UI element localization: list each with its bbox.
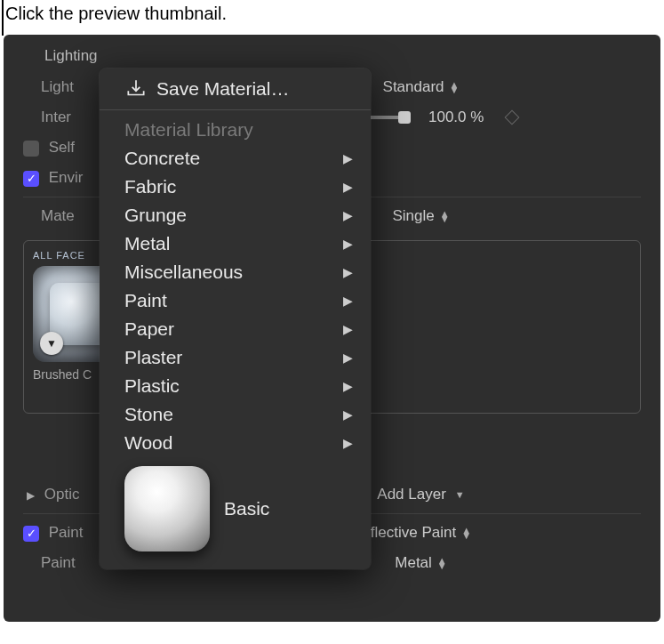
updown-icon[interactable]: ▲▼ (461, 527, 471, 538)
chevron-right-icon: ▶ (343, 265, 353, 279)
menu-category-label: Miscellaneous (124, 262, 243, 283)
menu-category-label: Paper (124, 318, 174, 340)
chevron-right-icon: ▶ (343, 237, 353, 251)
material-dropdown[interactable]: Single (392, 207, 434, 225)
paint-kind-dropdown[interactable]: Metal (395, 554, 432, 572)
menu-category-concrete[interactable]: Concrete▶ (100, 144, 371, 173)
material-popup-menu: Save Material… Material Library Concrete… (100, 68, 371, 569)
paint-checkbox[interactable]: ✓ (23, 526, 39, 542)
label-self-shadow: Self (49, 139, 75, 156)
menu-category-plaster[interactable]: Plaster▶ (100, 343, 371, 372)
chevron-right-icon: ▶ (343, 151, 353, 165)
chevron-right-icon: ▶ (343, 407, 353, 422)
menu-category-grunge[interactable]: Grunge▶ (100, 201, 371, 229)
menu-category-stone[interactable]: Stone▶ (100, 400, 371, 429)
menu-category-label: Fabric (124, 176, 176, 197)
menu-category-label: Concrete (124, 148, 200, 169)
slider-thumb[interactable] (398, 111, 411, 124)
menu-category-label: Plaster (124, 347, 182, 368)
updown-icon[interactable]: ▲▼ (440, 211, 450, 221)
chevron-right-icon: ▶ (343, 379, 353, 393)
menu-basic-label: Basic (224, 498, 269, 519)
env-reflect-checkbox[interactable]: ✓ (23, 171, 39, 187)
save-icon (124, 77, 148, 101)
disclosure-icon[interactable]: ▶ (27, 489, 35, 502)
menu-category-plastic[interactable]: Plastic▶ (100, 372, 371, 400)
self-shadow-checkbox[interactable] (23, 141, 39, 157)
menu-category-label: Plastic (124, 375, 180, 397)
menu-category-label: Metal (124, 233, 170, 254)
chevron-right-icon: ▶ (343, 322, 353, 336)
menu-category-label: Paint (124, 290, 167, 311)
menu-category-label: Wood (124, 432, 172, 454)
menu-category-fabric[interactable]: Fabric▶ (100, 173, 371, 201)
keyframe-icon[interactable] (505, 110, 520, 125)
menu-category-metal[interactable]: Metal▶ (100, 229, 371, 258)
menu-category-label: Stone (124, 404, 173, 425)
menu-category-label: Grunge (124, 205, 187, 226)
menu-save-label: Save Material… (156, 78, 289, 100)
lighting-style-dropdown[interactable]: Standard (383, 78, 444, 96)
thumbnail-menu-icon[interactable]: ▼ (40, 332, 63, 355)
paint-type-dropdown[interactable]: flective Paint (371, 524, 456, 542)
menu-basic[interactable]: Basic (100, 457, 371, 564)
menu-category-miscellaneous[interactable]: Miscellaneous▶ (100, 258, 371, 286)
label-paint: Paint (49, 524, 84, 541)
material-panel: Lighting Light Standard ▲▼ Inter 100.0 %… (4, 35, 660, 622)
chevron-down-icon[interactable]: ▼ (455, 489, 465, 500)
intensity-value[interactable]: 100.0 % (428, 109, 484, 126)
updown-icon[interactable]: ▲▼ (450, 82, 460, 93)
chevron-right-icon: ▶ (343, 294, 353, 308)
basic-thumbnail (124, 466, 210, 551)
updown-icon[interactable]: ▲▼ (437, 558, 447, 568)
menu-category-paper[interactable]: Paper▶ (100, 315, 371, 343)
menu-category-paint[interactable]: Paint▶ (100, 286, 371, 315)
chevron-right-icon: ▶ (343, 350, 353, 365)
instruction-text: Click the preview thumbnail. (0, 0, 664, 35)
section-lighting: Lighting (23, 47, 641, 65)
chevron-right-icon: ▶ (343, 208, 353, 222)
menu-save-material[interactable]: Save Material… (100, 74, 371, 104)
menu-category-wood[interactable]: Wood▶ (100, 429, 371, 457)
label-options: Optic (44, 486, 80, 503)
label-env-reflect: Envir (49, 169, 84, 186)
chevron-right-icon: ▶ (343, 436, 353, 450)
chevron-right-icon: ▶ (343, 180, 353, 194)
add-layer-dropdown[interactable]: Add Layer (377, 486, 446, 503)
menu-library-header: Material Library (100, 116, 371, 144)
